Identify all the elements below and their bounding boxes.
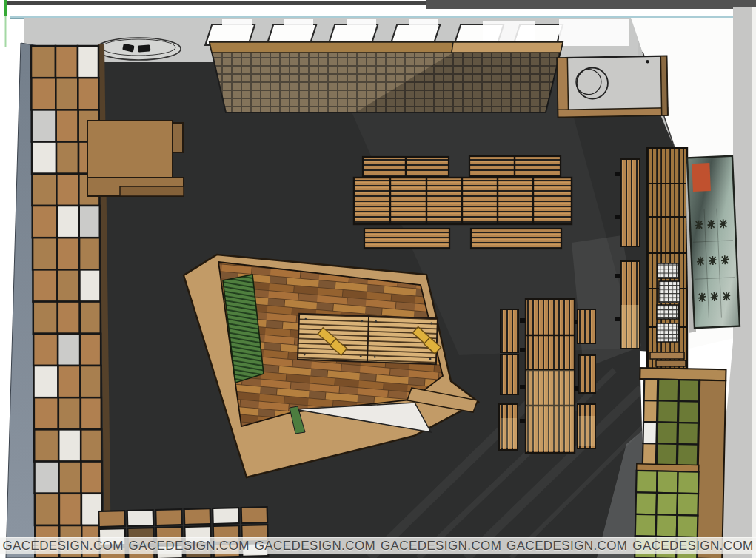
- bench: [471, 229, 561, 249]
- watermark-text: GACEDESIGN.COM: [504, 539, 630, 554]
- watermark-text: GACEDESIGN.COM: [126, 539, 252, 554]
- bookshelf-cell: [56, 46, 78, 78]
- wood-lattice-screen: [210, 42, 563, 112]
- bookshelf-cell: [58, 302, 80, 334]
- bookshelf-cell: [34, 366, 58, 397]
- wall-poster: [686, 156, 740, 333]
- bookshelf-cell: [32, 110, 56, 141]
- shelf-cell-olive: [678, 401, 699, 423]
- bookshelf-cell: [31, 78, 56, 110]
- slatted-wall-console: [647, 148, 687, 369]
- watermark-text: GACEDESIGN.COM: [378, 539, 504, 554]
- shelf-cell-olive: [643, 443, 657, 465]
- shelf-cell-light-olive: [635, 514, 657, 537]
- watermark-text: GACEDESIGN.COM: [252, 539, 378, 554]
- washbasin-counter: [557, 56, 667, 118]
- wall-bench: [620, 159, 640, 246]
- shelf-cell-olive: [644, 379, 658, 400]
- bench: [501, 309, 518, 352]
- display-box: [98, 511, 125, 527]
- shelf-cell-light-olive: [677, 494, 698, 516]
- bookshelf-cell: [59, 462, 81, 494]
- oval-reception-table: [96, 38, 181, 60]
- bench: [501, 354, 518, 394]
- shelf-cell-light-olive: [677, 515, 698, 537]
- bookshelf-cell: [81, 397, 101, 429]
- display-box: [184, 508, 211, 525]
- bookshelf-cell: [58, 429, 81, 461]
- top-bar-left: [6, 1, 426, 5]
- bench: [578, 309, 595, 343]
- shelf-cell-olive: [643, 422, 657, 443]
- display-box: [155, 509, 182, 525]
- mesh-basket: [657, 323, 678, 342]
- shelf-side-panel: [696, 380, 726, 558]
- bookshelf-cell: [78, 46, 98, 78]
- bookshelf-cell: [58, 334, 80, 366]
- watermark-text: GACEDESIGN.COM: [0, 539, 126, 554]
- mesh-basket: [657, 305, 678, 319]
- display-box: [127, 510, 154, 526]
- shelf-cell-light-olive: [656, 514, 678, 537]
- shelf-cell-olive: [679, 380, 700, 402]
- bookshelf-cell: [79, 269, 100, 301]
- bookshelf-cell: [31, 46, 56, 78]
- display-box: [241, 507, 268, 523]
- service-desk: [87, 121, 184, 196]
- bookshelf-cell: [58, 366, 81, 397]
- shelf-cell-olive: [678, 423, 698, 445]
- shelf-cell-olive: [657, 422, 678, 444]
- shelf-upper-cells: [643, 379, 699, 466]
- shelf-cell-olive: [643, 400, 658, 422]
- bookshelf-cell: [79, 238, 100, 269]
- bench: [364, 229, 449, 249]
- bookshelf-cell: [33, 238, 57, 269]
- bookshelf-cell: [33, 269, 57, 301]
- render-viewport: GACEDESIGN.COMGACEDESIGN.COMGACEDESIGN.C…: [0, 0, 756, 558]
- shelf-cell-olive: [658, 400, 678, 423]
- bookshelf-cell: [35, 462, 59, 494]
- bookshelf-cell: [56, 110, 78, 141]
- bookshelf-cell: [59, 494, 81, 525]
- skylight-glass-line: [10, 16, 751, 18]
- bookshelf-cell: [80, 302, 101, 334]
- platform-low-table: [298, 314, 438, 364]
- shelf-cell-olive: [657, 443, 678, 465]
- shelf-cell-olive: [658, 379, 679, 401]
- mesh-basket: [659, 281, 680, 303]
- watermark-text: GACEDESIGN.COM: [630, 539, 756, 554]
- bookshelf-cell: [57, 238, 79, 269]
- bookshelf-cell: [32, 174, 56, 206]
- shelf-cell-light-olive: [636, 471, 658, 493]
- sketchup-green-axis: [4, 0, 7, 16]
- screen-top-rail-left: [210, 42, 453, 53]
- bookshelf-cell: [56, 78, 78, 110]
- bookshelf-cell: [81, 366, 101, 397]
- bookshelf-cell: [56, 142, 78, 174]
- bookshelf-cell: [33, 334, 58, 366]
- top-bar-right: [426, 0, 756, 9]
- bookshelf-cell: [79, 206, 100, 238]
- poster-orange-block: [692, 163, 711, 192]
- display-box: [213, 508, 239, 524]
- corner-green-shelf: [635, 368, 726, 558]
- shelf-cell-light-olive: [656, 493, 678, 515]
- interior-render: [0, 0, 756, 558]
- screen-top-rail-right: [452, 42, 563, 53]
- bookshelf-cell: [57, 269, 79, 301]
- bookshelf-cell: [35, 494, 59, 525]
- table-prop: [138, 44, 151, 52]
- bookshelf-cell: [56, 174, 78, 206]
- bench: [578, 355, 595, 393]
- mesh-basket: [658, 263, 678, 278]
- shelf-cell-light-olive: [635, 492, 657, 514]
- bookshelf-cell: [33, 302, 58, 334]
- bookshelf-cell: [81, 429, 101, 461]
- bookshelf-cell: [33, 206, 57, 238]
- watermark-band: GACEDESIGN.COMGACEDESIGN.COMGACEDESIGN.C…: [0, 537, 756, 554]
- shelf-cell-light-olive: [657, 471, 678, 493]
- bookshelf-cell: [34, 397, 58, 429]
- bookshelf-cell: [34, 429, 58, 461]
- bookshelf-cell: [78, 78, 98, 110]
- bookshelf-cell: [80, 334, 101, 366]
